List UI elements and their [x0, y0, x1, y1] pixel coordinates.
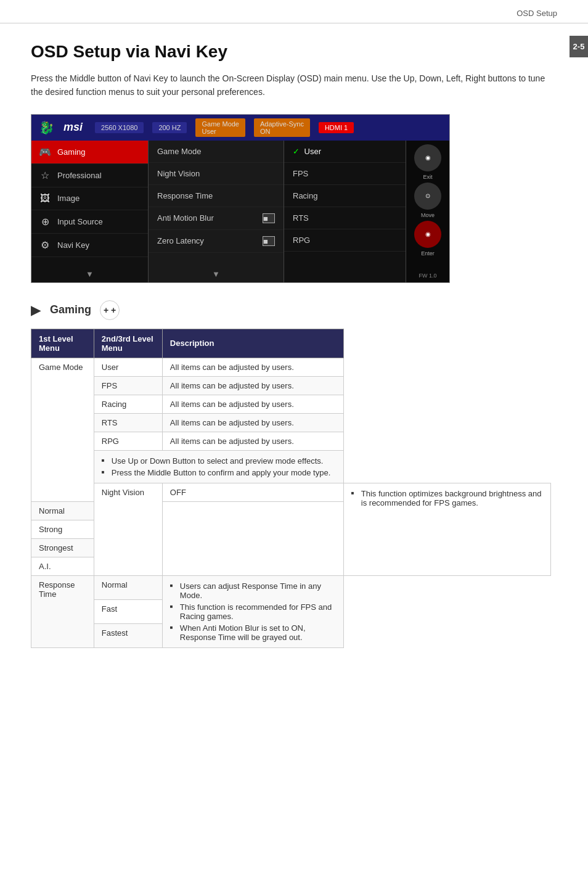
table-row: Use Up or Down Button to select and prev… — [31, 450, 551, 483]
osd-right-rpg: RPG — [284, 229, 406, 252]
input-source-icon: ⊕ — [39, 216, 51, 228]
osd-mid-zero-latency: Zero Latency ■ — [149, 230, 284, 253]
game-mode-racing-desc: All items can be adjusted by users. — [162, 395, 343, 413]
response-time-normal: Normal — [94, 575, 162, 599]
osd-menu-gaming: 🎮 Gaming — [31, 141, 148, 164]
game-mode-bullets: Use Up or Down Button to select and prev… — [94, 450, 343, 483]
page-header: OSD Setup — [0, 0, 588, 23]
game-mode-racing: Racing — [94, 395, 162, 413]
osd-mid-response-time: Response Time — [149, 185, 284, 207]
game-mode-user-desc: All items can be adjusted by users. — [162, 358, 343, 376]
response-time-fast: Fast — [94, 599, 162, 623]
gaming-section-header: ▶ Gaming + + — [31, 300, 551, 320]
nav-enter-button: ◉ — [414, 221, 441, 248]
navi-key-icon: ⚙ — [39, 239, 51, 251]
nav-enter-label: Enter — [421, 250, 435, 257]
osd-menu-image: 🖼 Image — [31, 187, 148, 210]
osd-hz: 200 HZ — [152, 122, 187, 133]
msi-logo: msi — [63, 121, 83, 134]
list-item: Press the Middle Button to confirm and a… — [102, 467, 336, 478]
game-mode-rts: RTS — [94, 413, 162, 432]
intro-text: Press the Middle button of Navi Key to l… — [31, 72, 551, 99]
response-time-cell: Response Time — [31, 575, 94, 647]
col-header-level1: 1st Level Menu — [31, 329, 94, 358]
msi-dragon-icon: 🐉 — [38, 119, 55, 136]
gaming-icon: 🎮 — [39, 146, 51, 158]
night-vision-normal: Normal — [31, 501, 94, 520]
anti-motion-blur-toggle: ■ — [263, 213, 275, 223]
gaming-icon-badge: + + — [100, 300, 120, 320]
response-time-fastest: Fastest — [94, 623, 162, 647]
game-mode-rpg-desc: All items can be adjusted by users. — [162, 432, 343, 450]
osd-mid-down-arrow: ▼ — [149, 266, 284, 282]
page-tab: 2-5 — [570, 36, 588, 57]
list-item: This function is recommended for FPS and… — [170, 601, 336, 622]
section-arrow-icon: ▶ — [31, 303, 40, 318]
osd-menu-navi-key: ⚙ Navi Key — [31, 234, 148, 257]
list-item: When Anti Motion Blur is set to ON, Resp… — [170, 622, 336, 643]
game-mode-rts-desc: All items can be adjusted by users. — [162, 413, 343, 432]
table-row: RTS All items can be adjusted by users. — [31, 413, 551, 432]
game-mode-fps: FPS — [94, 376, 162, 395]
osd-resolution: 2560 X1080 — [95, 122, 144, 133]
table-row: Response Time Normal Users can adjust Re… — [31, 575, 551, 599]
night-vision-desc: This function optimizes background brigh… — [343, 483, 550, 575]
section-title: Gaming — [50, 303, 91, 316]
osd-adaptive-sync: Adaptive-Sync ON — [254, 118, 310, 137]
nav-move-label: Move — [421, 212, 435, 218]
osd-right-user: ✓ User — [284, 141, 406, 163]
osd-input: HDMI 1 — [319, 122, 354, 133]
checkmark-icon: ✓ — [293, 147, 300, 156]
response-time-desc: Users can adjust Response Time in any Mo… — [162, 575, 343, 647]
game-mode-cell: Game Mode — [31, 358, 94, 501]
menu-table: 1st Level Menu 2nd/3rd Level Menu Descri… — [31, 329, 551, 648]
table-row: Racing All items can be adjusted by user… — [31, 395, 551, 413]
nav-exit-button: ◉ — [414, 144, 441, 171]
col-header-level2: 2nd/3rd Level Menu — [94, 329, 162, 358]
fw-label: FW 1.0 — [419, 273, 436, 279]
list-item: Users can adjust Response Time in any Mo… — [170, 580, 336, 601]
professional-icon: ☆ — [39, 170, 51, 181]
osd-mockup: 🐉 msi 2560 X1080 200 HZ Game Mode User A… — [31, 114, 450, 283]
list-item: Use Up or Down Button to select and prev… — [102, 455, 336, 467]
osd-right-racing: Racing — [284, 185, 406, 207]
osd-mid-anti-motion-blur: Anti Motion Blur ■ — [149, 207, 284, 230]
nav-exit-label: Exit — [423, 174, 432, 180]
night-vision-strong: Strong — [31, 520, 94, 538]
osd-left-column: 🎮 Gaming ☆ Professional 🖼 Image ⊕ Input … — [31, 141, 149, 282]
night-vision-strongest: Strongest — [31, 538, 94, 557]
osd-left-down-arrow: ▼ — [31, 266, 148, 282]
osd-menu-input-source: ⊕ Input Source — [31, 210, 148, 234]
game-mode-user: User — [94, 358, 162, 376]
game-mode-fps-desc: All items can be adjusted by users. — [162, 376, 343, 395]
night-vision-cell: Night Vision — [94, 483, 162, 575]
table-row: Game Mode User All items can be adjusted… — [31, 358, 551, 376]
osd-mid-night-vision: Night Vision — [149, 163, 284, 185]
osd-mid-game-mode: Game Mode — [149, 141, 284, 163]
list-item: This function optimizes background brigh… — [351, 488, 543, 509]
osd-topbar: 🐉 msi 2560 X1080 200 HZ Game Mode User A… — [31, 115, 449, 141]
osd-right-rts: RTS — [284, 207, 406, 229]
osd-game-mode: Game Mode User — [195, 118, 245, 137]
image-icon: 🖼 — [39, 193, 51, 204]
header-label: OSD Setup — [517, 9, 557, 18]
night-vision-off: OFF — [162, 483, 343, 501]
col-header-description: Description — [162, 329, 343, 358]
osd-menu-professional: ☆ Professional — [31, 164, 148, 187]
game-mode-rpg: RPG — [94, 432, 162, 450]
page-title: OSD Setup via Navi Key — [31, 42, 551, 62]
night-vision-ai: A.I. — [31, 557, 94, 575]
table-row: FPS All items can be adjusted by users. — [31, 376, 551, 395]
osd-nav-buttons: ◉ Exit ⊙ Move ◉ Enter FW 1.0 — [406, 141, 449, 282]
osd-right-column: ✓ User FPS Racing RTS RPG — [284, 141, 406, 282]
zero-latency-toggle: ■ — [263, 236, 275, 246]
table-row: RPG All items can be adjusted by users. — [31, 432, 551, 450]
osd-right-fps: FPS — [284, 163, 406, 185]
osd-body: 🎮 Gaming ☆ Professional 🖼 Image ⊕ Input … — [31, 141, 449, 282]
nav-move-button: ⊙ — [414, 183, 441, 210]
osd-middle-column: Game Mode Night Vision Response Time Ant… — [149, 141, 284, 282]
table-row: Night Vision OFF This function optimizes… — [31, 483, 551, 501]
